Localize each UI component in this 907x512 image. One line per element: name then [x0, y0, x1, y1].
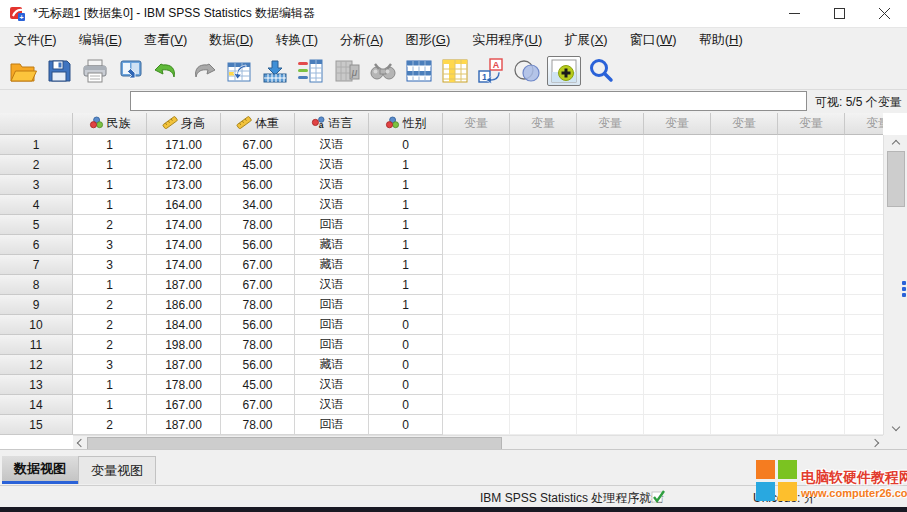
- empty-cell[interactable]: [443, 195, 510, 215]
- empty-cell[interactable]: [711, 155, 778, 175]
- row-header-8[interactable]: 8: [0, 275, 73, 295]
- empty-cell[interactable]: [778, 235, 845, 255]
- empty-cell[interactable]: [443, 315, 510, 335]
- empty-cell[interactable]: [711, 375, 778, 395]
- data-cell[interactable]: 1: [369, 255, 443, 275]
- empty-cell[interactable]: [443, 175, 510, 195]
- empty-cell[interactable]: [845, 415, 883, 435]
- empty-cell[interactable]: [644, 335, 711, 355]
- empty-cell[interactable]: [510, 315, 577, 335]
- data-cell[interactable]: 汉语: [295, 155, 369, 175]
- row-header-7[interactable]: 7: [0, 255, 73, 275]
- empty-cell[interactable]: [577, 335, 644, 355]
- data-cell[interactable]: 164.00: [147, 195, 221, 215]
- empty-cell[interactable]: [778, 415, 845, 435]
- row-header-4[interactable]: 4: [0, 195, 73, 215]
- empty-cell[interactable]: [644, 155, 711, 175]
- menu-item-t[interactable]: 转换(T): [264, 28, 329, 52]
- menu-item-d[interactable]: 数据(D): [198, 28, 264, 52]
- empty-cell[interactable]: [778, 155, 845, 175]
- data-cell[interactable]: 回语: [295, 295, 369, 315]
- row-header-2[interactable]: 2: [0, 155, 73, 175]
- empty-cell[interactable]: [510, 235, 577, 255]
- empty-cell[interactable]: [845, 335, 883, 355]
- data-cell[interactable]: 67.00: [221, 255, 295, 275]
- data-cell[interactable]: 45.00: [221, 375, 295, 395]
- menu-item-x[interactable]: 扩展(X): [553, 28, 618, 52]
- data-cell[interactable]: 0: [369, 135, 443, 155]
- empty-cell[interactable]: [510, 415, 577, 435]
- recall-dialogs-icon[interactable]: [113, 55, 149, 87]
- data-cell[interactable]: 178.00: [147, 375, 221, 395]
- data-cell[interactable]: 0: [369, 355, 443, 375]
- scroll-right-icon[interactable]: [869, 436, 883, 450]
- empty-cell[interactable]: [577, 255, 644, 275]
- goto-variable-icon[interactable]: [257, 55, 293, 87]
- empty-cell[interactable]: [510, 135, 577, 155]
- show-all-variables-icon[interactable]: [547, 56, 581, 86]
- data-cell[interactable]: 汉语: [295, 375, 369, 395]
- empty-cell[interactable]: [845, 215, 883, 235]
- empty-cell[interactable]: [778, 135, 845, 155]
- data-cell[interactable]: 2: [73, 295, 147, 315]
- empty-cell[interactable]: [711, 295, 778, 315]
- empty-cell[interactable]: [577, 195, 644, 215]
- row-header-15[interactable]: 15: [0, 415, 73, 435]
- empty-cell[interactable]: [711, 315, 778, 335]
- data-cell[interactable]: 藏语: [295, 355, 369, 375]
- data-cell[interactable]: 汉语: [295, 395, 369, 415]
- empty-cell[interactable]: [644, 375, 711, 395]
- empty-cell[interactable]: [778, 255, 845, 275]
- data-cell[interactable]: 56.00: [221, 315, 295, 335]
- row-header-5[interactable]: 5: [0, 215, 73, 235]
- data-cell[interactable]: 1: [73, 155, 147, 175]
- empty-cell[interactable]: [711, 235, 778, 255]
- column-header-身高[interactable]: 身高: [147, 113, 221, 135]
- data-cell[interactable]: 2: [73, 215, 147, 235]
- empty-cell[interactable]: [577, 355, 644, 375]
- data-cell[interactable]: 172.00: [147, 155, 221, 175]
- menu-item-g[interactable]: 图形(G): [394, 28, 461, 52]
- empty-cell[interactable]: [778, 195, 845, 215]
- empty-cell[interactable]: [845, 195, 883, 215]
- goto-case-icon[interactable]: [221, 55, 257, 87]
- empty-cell[interactable]: [577, 315, 644, 335]
- data-cell[interactable]: 167.00: [147, 395, 221, 415]
- data-cell[interactable]: 45.00: [221, 155, 295, 175]
- column-header-民族[interactable]: 民族: [73, 113, 147, 135]
- menu-item-e[interactable]: 编辑(E): [68, 28, 133, 52]
- empty-cell[interactable]: [443, 295, 510, 315]
- empty-cell[interactable]: [845, 255, 883, 275]
- empty-cell[interactable]: [845, 235, 883, 255]
- data-cell[interactable]: 173.00: [147, 175, 221, 195]
- data-cell[interactable]: 67.00: [221, 395, 295, 415]
- value-labels-icon[interactable]: A1: [473, 55, 509, 87]
- data-cell[interactable]: 78.00: [221, 295, 295, 315]
- tab-变量视图[interactable]: 变量视图: [78, 456, 156, 484]
- scroll-up-icon[interactable]: [884, 135, 907, 149]
- empty-cell[interactable]: [778, 295, 845, 315]
- data-cell[interactable]: 187.00: [147, 275, 221, 295]
- empty-cell[interactable]: [510, 195, 577, 215]
- data-cell[interactable]: 0: [369, 395, 443, 415]
- empty-cell[interactable]: [644, 175, 711, 195]
- horizontal-scrollbar[interactable]: [73, 435, 883, 449]
- empty-cell[interactable]: [644, 295, 711, 315]
- menu-item-w[interactable]: 窗口(W): [619, 28, 688, 52]
- column-header-性别[interactable]: 性别: [369, 113, 443, 135]
- empty-cell[interactable]: [845, 135, 883, 155]
- empty-cell[interactable]: [510, 295, 577, 315]
- empty-cell[interactable]: [443, 235, 510, 255]
- empty-cell[interactable]: [510, 175, 577, 195]
- data-cell[interactable]: 187.00: [147, 415, 221, 435]
- data-cell[interactable]: 3: [73, 235, 147, 255]
- data-cell[interactable]: 78.00: [221, 415, 295, 435]
- empty-cell[interactable]: [577, 175, 644, 195]
- data-cell[interactable]: 174.00: [147, 255, 221, 275]
- print-icon[interactable]: [77, 55, 113, 87]
- empty-cell[interactable]: [577, 275, 644, 295]
- empty-cell[interactable]: [845, 275, 883, 295]
- data-cell[interactable]: 汉语: [295, 275, 369, 295]
- empty-cell[interactable]: [443, 155, 510, 175]
- data-cell[interactable]: 1: [73, 175, 147, 195]
